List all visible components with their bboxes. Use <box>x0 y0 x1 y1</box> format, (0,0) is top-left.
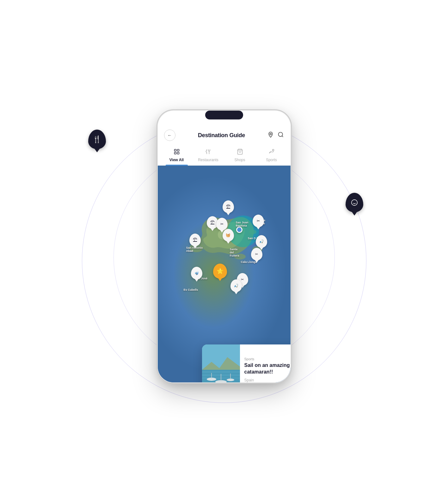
tab-shops-label: Shops <box>234 158 245 162</box>
tab-restaurants[interactable]: Restaurants <box>193 146 224 165</box>
tab-restaurants-label: Restaurants <box>198 158 218 162</box>
svg-rect-6 <box>174 152 176 154</box>
svg-rect-5 <box>177 149 179 151</box>
map-pin-5[interactable]: ⛱ <box>189 234 201 246</box>
map-pin-7[interactable]: 🎣 <box>256 235 267 248</box>
map-pin-8[interactable]: ✂ <box>251 248 262 260</box>
popup-category: Sports <box>244 357 291 361</box>
svg-point-12 <box>272 149 274 151</box>
float-pin-right <box>346 193 363 212</box>
float-pin-right-body <box>346 193 363 212</box>
map-pin-3[interactable]: ✂ <box>216 218 228 230</box>
map-pin-star[interactable]: ⭐ <box>213 264 227 279</box>
popup-location: Spain <box>244 378 291 382</box>
popup-card[interactable]: Sports Sail on an amazing catamaran!! Sp… <box>202 344 291 382</box>
svg-rect-7 <box>177 152 179 154</box>
nav-icons <box>267 131 284 139</box>
map-label-es-cubells: Es Cubells <box>184 288 198 291</box>
map-area[interactable]: ⛱ ⛱ ✂ ✂ ⛱ 🧺 🎣 <box>158 166 291 382</box>
phone-notch <box>205 111 243 119</box>
svg-rect-4 <box>174 149 176 151</box>
page-title: Destination Guide <box>198 132 245 139</box>
phone-header: ← Destination Guide <box>158 123 291 146</box>
location-icon[interactable] <box>267 131 274 139</box>
map-pin-1[interactable]: ⛱ <box>223 200 234 213</box>
float-pin-left-body: 🍴 <box>88 130 106 149</box>
back-button[interactable]: ← <box>164 130 175 141</box>
popup-title: Sail on an amazing catamaran!! <box>244 362 291 375</box>
tab-shops[interactable]: Shops <box>224 146 256 165</box>
map-pin-12[interactable]: 🎣 <box>230 279 242 292</box>
tab-view-all[interactable]: View All <box>161 146 193 165</box>
map-pin-4[interactable]: ✂ <box>253 215 264 227</box>
map-label-santa: SantadelFuitera <box>230 248 239 257</box>
tab-view-all-label: View All <box>169 158 184 162</box>
tabs-bar: View All Restaurants <box>158 146 291 166</box>
popup-content: Sports Sail on an amazing catamaran!! Sp… <box>240 344 291 382</box>
tab-sports-icon <box>268 149 275 156</box>
tab-shops-icon <box>237 149 243 156</box>
map-pin-6[interactable]: 🧺 <box>223 229 234 241</box>
map-label-san-juan: San JuanBautista <box>236 221 249 227</box>
svg-point-2 <box>270 133 272 135</box>
svg-point-3 <box>279 132 283 136</box>
popup-image <box>202 344 240 382</box>
map-pin-10[interactable]: 🤿 <box>191 267 202 279</box>
search-icon[interactable] <box>278 131 284 139</box>
tab-sports-label: Sports <box>266 158 277 162</box>
tab-sports[interactable]: Sports <box>256 146 287 165</box>
phone-frame: ← Destination Guide <box>158 111 291 382</box>
user-location-dot <box>236 227 242 233</box>
scene: 🍴 ← Destination Guide <box>114 41 335 452</box>
tab-restaurants-icon <box>205 149 212 156</box>
nav-bar: ← Destination Guide <box>164 128 284 143</box>
back-icon: ← <box>168 133 172 138</box>
tab-view-all-icon <box>174 149 180 156</box>
svg-rect-20 <box>202 371 240 373</box>
float-pin-left: 🍴 <box>88 130 106 149</box>
